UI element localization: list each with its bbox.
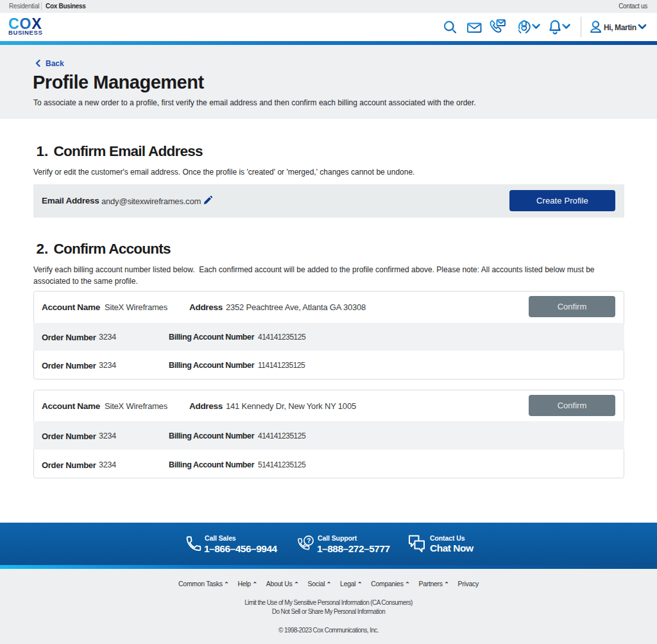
svg-text:?: ? <box>307 537 311 544</box>
